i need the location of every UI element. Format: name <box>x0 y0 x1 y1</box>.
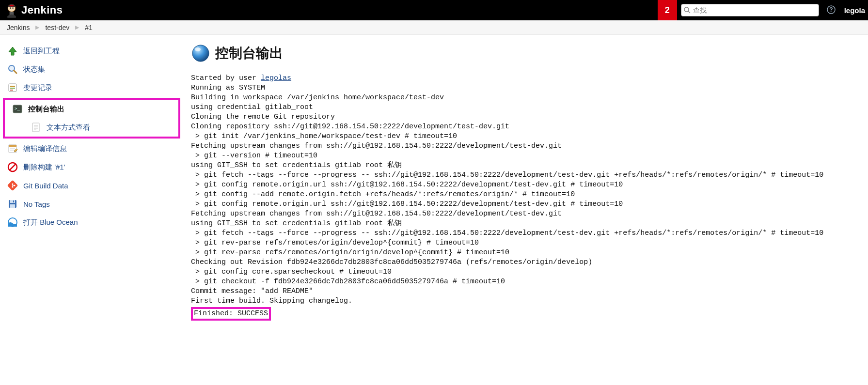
finished-line: Finished: SUCCESS <box>191 307 271 321</box>
main: 控制台输出 Started by user legolas Running as… <box>184 35 868 340</box>
console-line: Started by user <box>191 74 261 82</box>
console-output: Started by user legolas Running as SYSTE… <box>191 74 868 321</box>
magnifier-icon <box>7 63 18 75</box>
breadcrumb-item[interactable]: #1 <box>85 24 93 31</box>
sidebar-label: 控制台输出 <box>28 105 64 114</box>
svg-rect-36 <box>13 200 14 202</box>
sidebar-back[interactable]: 返回到工程 <box>0 42 184 60</box>
sidebar-edit-build[interactable]: 编辑编译信息 <box>0 139 184 158</box>
sidebar-label: Git Build Data <box>23 182 68 190</box>
search-input[interactable] <box>681 4 819 16</box>
sidebar-label: 编辑编译信息 <box>23 144 67 154</box>
svg-line-5 <box>688 11 690 13</box>
breadcrumb: Jenkins ▶ test-dev ▶ #1 <box>0 20 868 35</box>
breadcrumb-item[interactable]: test-dev <box>45 24 69 31</box>
user-link[interactable]: legolas <box>261 74 291 82</box>
delete-icon <box>7 161 18 173</box>
notepad-icon <box>7 143 18 154</box>
notifications-badge[interactable]: 2 <box>658 0 677 20</box>
chevron-right-icon: ▶ <box>35 24 39 31</box>
terminal-icon: >_ <box>12 103 23 115</box>
svg-rect-22 <box>9 145 16 147</box>
svg-rect-34 <box>10 200 15 203</box>
sidebar-console[interactable]: >_ 控制台输出 <box>5 100 178 118</box>
page: 返回到工程 状态集 变更记录 >_ 控制台输出 <box>0 35 868 340</box>
header-title: Jenkins <box>21 4 63 16</box>
svg-text:>_: >_ <box>15 106 20 111</box>
svg-text:?: ? <box>829 6 833 13</box>
save-icon <box>7 198 18 210</box>
chevron-right-icon: ▶ <box>75 24 79 31</box>
sidebar-label: No Tags <box>23 200 50 208</box>
sidebar-label: 打开 Blue Ocean <box>23 218 78 227</box>
sidebar-label: 状态集 <box>23 65 45 74</box>
document-icon <box>30 122 42 133</box>
header-logo[interactable]: Jenkins <box>0 4 68 16</box>
svg-rect-16 <box>32 123 39 132</box>
search-box[interactable] <box>681 4 819 16</box>
up-arrow-icon <box>7 45 18 57</box>
sidebar: 返回到工程 状态集 变更记录 >_ 控制台输出 <box>0 35 184 340</box>
console-body: Running as SYSTEM Building in workspace … <box>191 84 823 305</box>
sidebar-git-data[interactable]: Git Build Data <box>0 176 184 195</box>
sidebar-label: 删除构建 '#1' <box>23 163 65 172</box>
jenkins-icon <box>6 4 17 16</box>
page-heading: 控制台输出 <box>191 44 868 63</box>
changes-icon <box>7 82 18 93</box>
svg-point-38 <box>192 45 209 62</box>
sidebar-label: 变更记录 <box>23 83 52 92</box>
svg-point-4 <box>684 7 689 12</box>
svg-point-2 <box>10 7 11 9</box>
help-icon[interactable]: ? <box>827 5 836 15</box>
highlight-box: >_ 控制台输出 文本方式查看 <box>3 98 180 139</box>
user-link[interactable]: legola <box>839 6 868 15</box>
sidebar-no-tags[interactable]: No Tags <box>0 195 184 213</box>
sidebar-blue-ocean[interactable]: 打开 Blue Ocean <box>0 213 184 231</box>
page-title: 控制台输出 <box>215 44 283 62</box>
sidebar-label: 文本方式查看 <box>47 123 90 132</box>
sidebar-console-plain[interactable]: 文本方式查看 <box>5 118 178 137</box>
blue-ocean-icon <box>7 216 18 228</box>
status-ball-icon <box>191 44 210 63</box>
sidebar-status[interactable]: 状态集 <box>0 60 184 78</box>
git-icon <box>7 180 18 191</box>
header: Jenkins 2 ? legola <box>0 0 868 20</box>
sidebar-delete-build[interactable]: 删除构建 '#1' <box>0 158 184 176</box>
breadcrumb-item[interactable]: Jenkins <box>7 24 30 31</box>
sidebar-label: 返回到工程 <box>23 46 60 56</box>
svg-rect-35 <box>10 204 15 208</box>
svg-point-39 <box>195 47 201 51</box>
svg-point-3 <box>12 7 14 9</box>
sidebar-changes[interactable]: 变更记录 <box>0 78 184 97</box>
svg-line-9 <box>14 71 17 74</box>
search-icon <box>683 6 691 15</box>
